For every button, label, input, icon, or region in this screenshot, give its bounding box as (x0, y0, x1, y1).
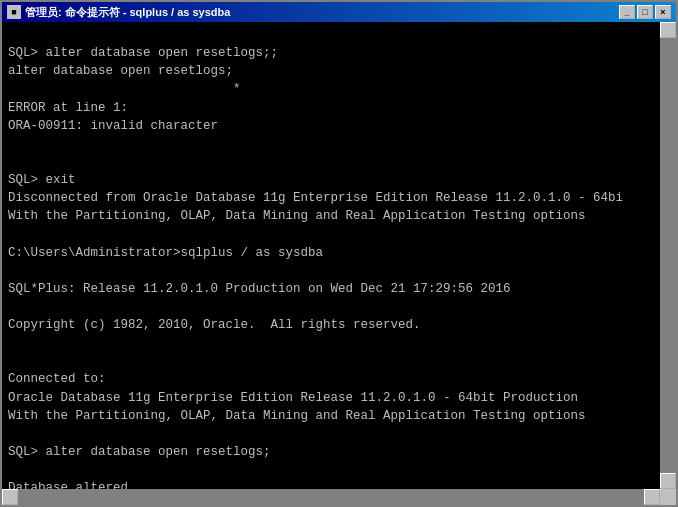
close-button[interactable]: × (655, 5, 671, 19)
scrollbar-right[interactable]: ▲ ▼ (660, 22, 676, 489)
terminal-area[interactable]: SQL> alter database open resetlogs;; alt… (2, 22, 676, 505)
scroll-track-vertical[interactable] (660, 38, 676, 473)
minimize-button[interactable]: _ (619, 5, 635, 19)
window: ■ 管理员: 命令提示符 - sqlplus / as sysdba _ □ ×… (0, 0, 678, 507)
scrollbar-bottom[interactable]: ◄ ► (2, 489, 660, 505)
scroll-up-button[interactable]: ▲ (660, 22, 676, 38)
title-bar-left: ■ 管理员: 命令提示符 - sqlplus / as sysdba (7, 5, 230, 20)
title-buttons: _ □ × (619, 5, 671, 19)
window-title: 管理员: 命令提示符 - sqlplus / as sysdba (25, 5, 230, 20)
scroll-left-button[interactable]: ◄ (2, 489, 18, 505)
scrollbar-corner (660, 489, 676, 505)
scroll-down-button[interactable]: ▼ (660, 473, 676, 489)
terminal-content: SQL> alter database open resetlogs;; alt… (8, 26, 670, 505)
title-bar: ■ 管理员: 命令提示符 - sqlplus / as sysdba _ □ × (2, 2, 676, 22)
scroll-right-button[interactable]: ► (644, 489, 660, 505)
scroll-track-horizontal[interactable] (18, 489, 644, 505)
maximize-button[interactable]: □ (637, 5, 653, 19)
window-icon: ■ (7, 5, 21, 19)
